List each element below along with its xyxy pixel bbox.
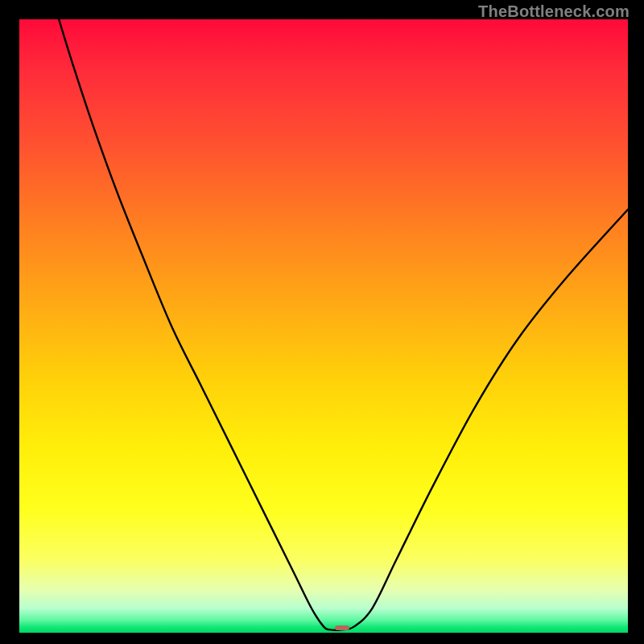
chart-frame: TheBottleneck.com (0, 0, 644, 644)
bottleneck-curve (19, 19, 628, 633)
optimum-marker (335, 625, 349, 630)
watermark-text: TheBottleneck.com (478, 2, 630, 21)
plot-area (19, 19, 628, 633)
